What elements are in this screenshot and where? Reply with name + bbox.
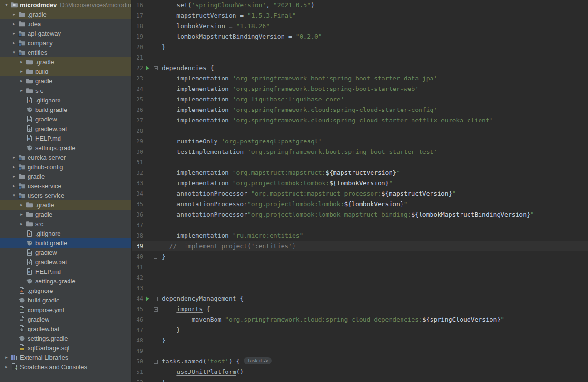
code-line-42[interactable]: 42 [132,272,588,283]
run-task-icon[interactable] [143,296,152,301]
code-line-45[interactable]: 45 imports { [132,304,588,314]
chevron-right-icon[interactable]: ▸ [18,88,25,93]
code-line-47[interactable]: 47 } [132,325,588,335]
code-line-39[interactable]: 39 // implement project(':entities') [132,241,588,251]
tree-item-gradlew-bat[interactable]: gradlew.bat [0,324,131,333]
chevron-right-icon[interactable]: ▸ [3,364,10,369]
tree-item-gitignore[interactable]: .gitignore [0,286,131,295]
code-line-25[interactable]: 25 implementation 'org.liquibase:liquiba… [132,94,588,105]
chevron-right-icon[interactable]: ▸ [18,221,25,226]
tree-item-settings-gradle[interactable]: settings.gradle [0,333,131,343]
code-line-41[interactable]: 41 [132,262,588,272]
line-number[interactable]: 27 [132,115,143,126]
line-number[interactable]: 36 [132,210,143,220]
code-line-46[interactable]: 46 mavenBom "org.springframework.cloud:s… [132,314,588,325]
code-line-48[interactable]: 48} [132,335,588,346]
line-number[interactable]: 51 [132,367,143,377]
code-line-23[interactable]: 23 implementation 'org.springframework.b… [132,73,588,84]
code-line-21[interactable]: 21 [132,52,588,63]
chevron-right-icon[interactable]: ▸ [10,12,18,17]
line-number[interactable]: 38 [132,231,143,241]
chevron-right-icon[interactable]: ▸ [18,212,25,217]
line-number[interactable]: 44 [132,293,143,304]
chevron-right-icon[interactable]: ▸ [18,79,25,83]
line-number[interactable]: 39 [132,241,143,251]
code-line-33[interactable]: 33 implementation "org.projectlombok:lom… [132,178,588,189]
line-number[interactable]: 28 [132,126,143,136]
line-number[interactable]: 37 [132,220,143,231]
code-line-37[interactable]: 37 [132,220,588,231]
line-number[interactable]: 52 [132,377,143,382]
code-line-35[interactable]: 35 annotationProcessor"org.projectlombok… [132,199,588,210]
line-number[interactable]: 43 [132,283,143,293]
chevron-down-icon[interactable]: ▾ [10,50,18,55]
chevron-down-icon[interactable]: ▾ [3,2,10,7]
line-number[interactable]: 24 [132,84,143,94]
line-number[interactable]: 35 [132,199,143,210]
tree-item-settings-gradle[interactable]: settings.gradle [0,276,131,286]
code-line-32[interactable]: 32 implementation "org.mapstruct:mapstru… [132,168,588,178]
chevron-right-icon[interactable]: ▸ [10,40,18,45]
tree-item-external-libraries[interactable]: ▸External Libraries [0,352,131,362]
chevron-right-icon[interactable]: ▸ [10,183,18,188]
tree-item-gradle[interactable]: ▸gradle [0,171,131,181]
line-number[interactable]: 21 [132,52,143,63]
line-number[interactable]: 48 [132,335,143,346]
tree-item-gradle[interactable]: ▸gradle [0,76,131,86]
code-line-31[interactable]: 31 [132,157,588,168]
code-line-40[interactable]: 40} [132,251,588,262]
tree-item-build[interactable]: ▸build [0,67,131,76]
tree-item-build-gradle[interactable]: build.gradle [0,295,131,305]
fold-end-icon[interactable] [152,255,159,259]
line-number[interactable]: 40 [132,251,143,262]
line-number[interactable]: 34 [132,189,143,199]
fold-collapse-icon[interactable] [152,297,159,301]
chevron-right-icon[interactable]: ▸ [10,31,18,36]
run-task-icon[interactable] [143,66,152,70]
line-number[interactable]: 18 [132,21,143,31]
line-number[interactable]: 25 [132,94,143,105]
tree-item-settings-gradle[interactable]: settings.gradle [0,143,131,152]
tree-item-microdmdev[interactable]: ▾microdmdevD:\Microservices\microdmdev [0,0,131,10]
fold-end-icon[interactable] [152,329,159,332]
line-number[interactable]: 30 [132,147,143,157]
code-line-19[interactable]: 19 lombokMapstructBindingVersion = "0.2.… [132,31,588,42]
code-line-49[interactable]: 49 [132,346,588,356]
chevron-right-icon[interactable]: ▸ [10,21,18,26]
tree-item-help-md[interactable]: HELP.md [0,133,131,143]
line-number[interactable]: 17 [132,10,143,21]
code-line-43[interactable]: 43 [132,283,588,293]
tree-item-help-md[interactable]: HELP.md [0,267,131,276]
code-line-20[interactable]: 20} [132,42,588,52]
code-line-52[interactable]: 52} [132,377,588,382]
tree-item-gitignore[interactable]: .gitignore [0,95,131,105]
tree-item-gradlew[interactable]: gradlew [0,114,131,124]
tree-item-gradle[interactable]: ▸.gradle [0,10,131,19]
fold-collapse-icon[interactable] [152,360,159,364]
code-line-51[interactable]: 51 useJUnitPlatform() [132,367,588,377]
tree-item-src[interactable]: ▸src [0,86,131,95]
fold-collapse-icon[interactable] [152,66,159,70]
code-line-24[interactable]: 24 implementation 'org.springframework.b… [132,84,588,94]
line-number[interactable]: 20 [132,42,143,52]
chevron-right-icon[interactable]: ▸ [10,164,18,169]
tree-item-user-service[interactable]: ▸user-service [0,181,131,191]
tree-item-eureka-server[interactable]: ▸eureka-server [0,152,131,162]
line-number[interactable]: 46 [132,314,143,325]
code-line-50[interactable]: 50tasks.named('test') {Task it -> [132,356,588,367]
line-number[interactable]: 49 [132,346,143,356]
code-line-38[interactable]: 38 implementation "ru.micro:entities" [132,231,588,241]
line-number[interactable]: 31 [132,157,143,168]
tree-item-github-config[interactable]: ▸github-config [0,162,131,171]
line-number[interactable]: 45 [132,304,143,314]
tree-item-compose-yml[interactable]: compose.yml [0,305,131,314]
code-line-28[interactable]: 28 [132,126,588,136]
chevron-down-icon[interactable]: ▾ [10,193,18,198]
code-line-30[interactable]: 30 testImplementation 'org.springframewo… [132,147,588,157]
code-line-29[interactable]: 29 runtimeOnly 'org.postgresql:postgresq… [132,136,588,147]
chevron-right-icon[interactable]: ▸ [18,202,25,207]
code-line-26[interactable]: 26 implementation 'org.springframework.c… [132,105,588,115]
tree-item-idea[interactable]: ▸.idea [0,19,131,29]
tree-item-build-gradle[interactable]: build.gradle [0,105,131,114]
code-line-36[interactable]: 36 annotationProcessor"org.projectlombok… [132,210,588,220]
